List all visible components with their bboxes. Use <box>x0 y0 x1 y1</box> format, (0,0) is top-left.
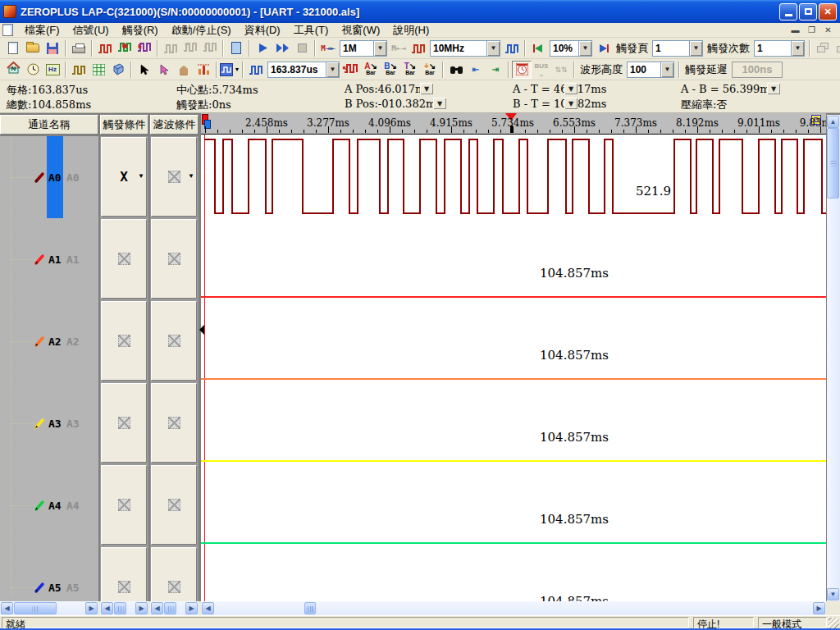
scroll-right-button[interactable]: ▶ <box>135 602 148 614</box>
mdi-close-button[interactable]: ✕ <box>821 25 835 36</box>
zoom-fit-button[interactable] <box>246 61 266 79</box>
bar-chart-button[interactable] <box>194 61 213 79</box>
save-file-button[interactable] <box>43 39 62 57</box>
time-division-select[interactable]: 163.837us▼ <box>267 62 340 78</box>
menu-item-7[interactable]: 說明(H) <box>386 23 436 37</box>
a3-waveform-line[interactable] <box>201 460 826 462</box>
filter-condition-cell-a2[interactable] <box>151 301 197 381</box>
maximize-button[interactable] <box>799 3 817 21</box>
print-button[interactable] <box>69 39 89 57</box>
trigger-condition-cell-a4[interactable] <box>101 465 147 545</box>
trigger-dropdown-arrow[interactable]: ▼ <box>138 172 144 180</box>
sample-rate-select-dropdown-button[interactable]: ▼ <box>486 41 500 56</box>
horizontal-scroll-thumb[interactable] <box>114 602 126 614</box>
b-pos-dropdown[interactable]: ▼ <box>433 98 446 109</box>
sync-gray-button[interactable]: ⇅⇅ <box>551 61 571 79</box>
next-page-button[interactable] <box>594 39 614 57</box>
disabled-tool-3-button[interactable]: I <box>200 39 220 57</box>
listing-view-button[interactable] <box>89 61 108 79</box>
scroll-right-button[interactable]: ▶ <box>85 602 98 614</box>
goto-next-edge-button[interactable]: ⇥ <box>486 61 505 79</box>
channel-name-label[interactable]: A0 <box>48 171 62 184</box>
stack-gray-2-button[interactable] <box>833 39 840 57</box>
mdi-restore-button[interactable]: ❐ <box>805 25 819 36</box>
bus-gray-button[interactable]: BUS⎵ <box>532 61 551 79</box>
filter-dropdown-arrow[interactable]: ▼ <box>188 172 194 180</box>
stop-acquire-button[interactable] <box>292 39 312 57</box>
menu-item-1[interactable]: 信號(U) <box>66 23 116 37</box>
trigger-page-select[interactable]: 1▼ <box>652 40 703 57</box>
scroll-left-button[interactable]: ◀ <box>202 602 214 614</box>
prev-page-button[interactable] <box>528 39 548 57</box>
a-minus-b-dropdown[interactable]: ▼ <box>767 83 780 94</box>
a2-waveform-line[interactable] <box>201 378 826 380</box>
title-bar[interactable]: ZEROPLUS LAP-C(321000)(S/N:00000000001) … <box>0 0 840 23</box>
pointer-wave-button[interactable]: ↖ <box>341 61 361 79</box>
channel-row-a2[interactable]: A2 A2 <box>0 300 98 382</box>
filter-condition-cell-a5[interactable] <box>151 547 197 601</box>
filter-condition-cell-a4[interactable] <box>151 465 197 545</box>
repeat-run-button[interactable] <box>272 39 292 57</box>
home-view-button[interactable]: N <box>3 61 23 79</box>
trigger-mark-button[interactable] <box>115 39 135 57</box>
note-cursor-button[interactable] <box>154 61 174 79</box>
channel-row-a4[interactable]: A4 A4 <box>0 464 98 546</box>
wave-blue-button[interactable] <box>502 39 522 57</box>
new-file-button[interactable] <box>3 39 23 57</box>
a0-waveform[interactable] <box>201 135 826 217</box>
a4-waveform-line[interactable] <box>201 542 826 544</box>
menu-item-2[interactable]: 觸發(R) <box>116 23 165 37</box>
pane-splitter-arrow-icon[interactable] <box>199 325 204 335</box>
filter-pane-scrollbar[interactable]: ◀▶ <box>150 601 199 615</box>
menu-item-5[interactable]: 工具(T) <box>287 23 336 37</box>
a-pos-dropdown[interactable]: ▼ <box>420 83 433 94</box>
hand-tool-button[interactable] <box>174 61 194 79</box>
module-window-button[interactable] <box>226 39 246 57</box>
a-minus-t-dropdown[interactable]: ▼ <box>564 83 578 94</box>
menu-item-4[interactable]: 資料(D) <box>238 23 287 37</box>
menu-item-0[interactable]: 檔案(F) <box>18 23 66 37</box>
trigger-pane-scrollbar[interactable]: ◀▶ <box>100 601 148 615</box>
a1-waveform-line[interactable] <box>201 296 826 298</box>
memory-gray-button[interactable]: M⇤⇥ <box>389 39 409 57</box>
stack-gray-1-button[interactable] <box>813 39 833 57</box>
horizontal-scroll-thumb[interactable] <box>14 602 57 614</box>
trigger-count-select-dropdown-button[interactable]: ▼ <box>791 41 804 56</box>
channel-row-a5[interactable]: A5 A5 <box>0 546 98 601</box>
t-bar-button[interactable]: T↘Bar <box>400 61 420 79</box>
trigger-condition-cell-a5[interactable] <box>101 547 147 601</box>
frequency-view-button[interactable]: Hz <box>43 61 62 79</box>
add-bar-button[interactable]: +↘Bar <box>420 61 440 79</box>
display-ratio-select-dropdown-button[interactable]: ▼ <box>578 41 591 56</box>
mdi-minimize-button[interactable]: ▬ <box>788 25 802 36</box>
channel-name-label[interactable]: A5 <box>48 582 62 594</box>
bus-edit-button[interactable]: E <box>135 39 154 57</box>
find-button[interactable] <box>446 61 466 79</box>
disabled-tool-2-button[interactable]: T <box>180 39 200 57</box>
clock-view-button[interactable] <box>23 61 43 79</box>
channel-row-a1[interactable]: A1 A1 <box>0 218 98 300</box>
horizontal-scroll-thumb[interactable] <box>164 602 176 614</box>
memory-depth-select-dropdown-button[interactable]: ▼ <box>373 41 386 56</box>
scroll-right-button[interactable]: ▶ <box>185 602 198 614</box>
horizontal-scroll-thumb[interactable] <box>304 602 316 614</box>
scroll-up-button[interactable]: ▲ <box>827 116 839 128</box>
filter-condition-cell-a1[interactable] <box>151 219 197 299</box>
document-icon[interactable] <box>2 24 13 36</box>
scroll-left-button[interactable]: ◀ <box>1 602 13 614</box>
channel-name-label[interactable]: A4 <box>48 500 62 512</box>
run-button[interactable] <box>253 39 272 57</box>
vertical-scroll-thumb[interactable] <box>827 128 839 199</box>
disabled-tool-1-button[interactable] <box>161 39 180 57</box>
memory-depth-select[interactable]: 1M▼ <box>340 40 387 57</box>
wave-height-select-dropdown-button[interactable]: ▼ <box>660 62 673 77</box>
filter-condition-cell-a3[interactable] <box>151 383 197 463</box>
waveform-pane[interactable]: D 2.458ms3.277ms4.096ms4.915ms5.734ms6.5… <box>201 113 826 601</box>
goto-prev-edge-button[interactable]: ⇤ <box>466 61 486 79</box>
trigger-condition-cell-a1[interactable] <box>101 219 147 299</box>
minimize-button[interactable] <box>779 3 797 21</box>
channel-row-a0[interactable]: A0 A0 <box>0 136 98 218</box>
scroll-right-button[interactable]: ▶ <box>813 602 825 614</box>
time-ruler[interactable]: D 2.458ms3.277ms4.096ms4.915ms5.734ms6.5… <box>201 113 826 135</box>
b-minus-t-dropdown[interactable]: ▼ <box>564 98 578 109</box>
